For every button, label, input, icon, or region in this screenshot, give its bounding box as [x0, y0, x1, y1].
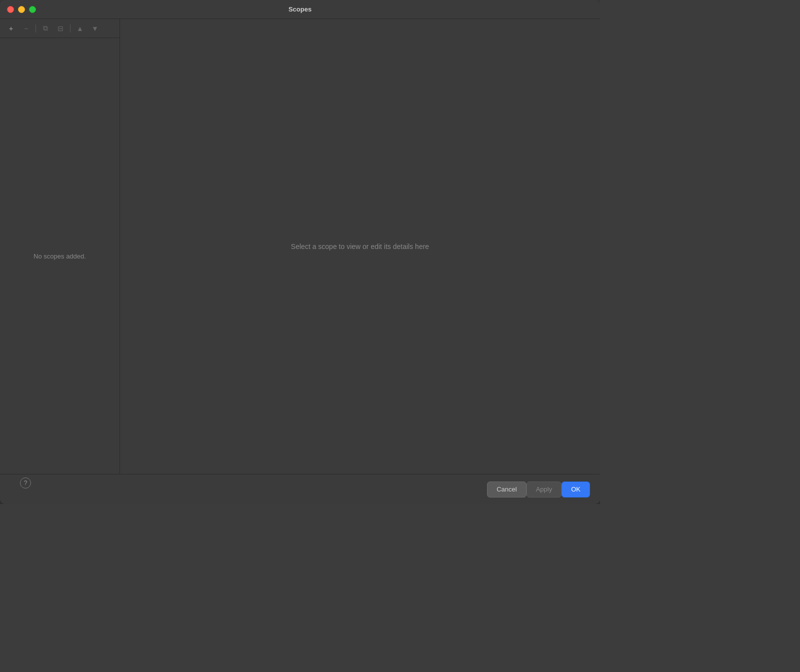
- close-button[interactable]: [7, 6, 14, 13]
- bottom-bar: ? Cancel Apply OK: [0, 474, 600, 504]
- help-icon: ?: [24, 480, 28, 486]
- no-scopes-label: No scopes added.: [34, 252, 86, 260]
- apply-button[interactable]: Apply: [526, 482, 562, 498]
- detail-area: Select a scope to view or edit its detai…: [120, 19, 600, 474]
- main-content: + − ⧉ ⊟ ▲ ▼: [0, 19, 600, 474]
- remove-scope-button[interactable]: −: [19, 22, 33, 34]
- sidebar-list: No scopes added.: [0, 38, 120, 474]
- move-up-icon: ▲: [76, 24, 84, 32]
- move-down-icon: ▼: [92, 24, 98, 32]
- move-up-button[interactable]: ▲: [73, 22, 87, 34]
- toolbar-divider: [36, 24, 36, 32]
- add-scope-button[interactable]: +: [4, 22, 18, 34]
- help-button[interactable]: ?: [20, 478, 31, 488]
- remove-icon: −: [24, 24, 28, 32]
- toolbar-divider-2: [70, 24, 70, 32]
- sidebar-toolbar: + − ⧉ ⊟ ▲ ▼: [0, 19, 120, 38]
- detail-placeholder-text: Select a scope to view or edit its detai…: [291, 242, 429, 250]
- copy-icon: ⧉: [43, 24, 48, 32]
- window-title: Scopes: [288, 6, 312, 13]
- ok-button[interactable]: OK: [562, 482, 590, 498]
- sidebar: + − ⧉ ⊟ ▲ ▼: [0, 19, 120, 474]
- traffic-lights: [7, 6, 36, 13]
- bottom-bar-container: ? Cancel Apply OK: [10, 482, 590, 498]
- maximize-button[interactable]: [29, 6, 36, 13]
- copy-scope-button[interactable]: ⧉: [38, 22, 52, 34]
- titlebar: Scopes: [0, 0, 600, 19]
- move-down-button[interactable]: ▼: [88, 22, 102, 34]
- save-icon: ⊟: [58, 24, 64, 32]
- add-icon: +: [9, 24, 13, 32]
- scopes-dialog: Scopes + − ⧉ ⊟: [0, 0, 600, 504]
- cancel-button[interactable]: Cancel: [487, 482, 526, 498]
- save-scope-button[interactable]: ⊟: [54, 22, 68, 34]
- minimize-button[interactable]: [18, 6, 25, 13]
